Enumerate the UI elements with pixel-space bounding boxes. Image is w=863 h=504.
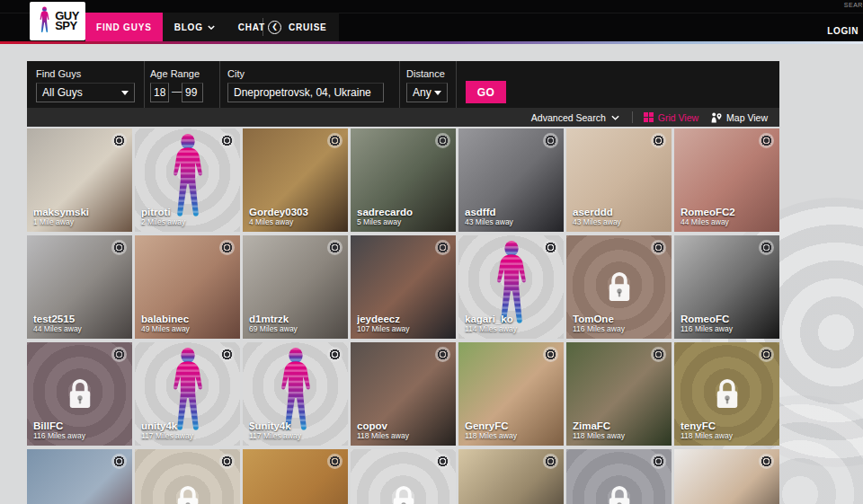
profile-tile[interactable]: asdffd43 Miles away xyxy=(458,128,564,232)
search-link[interactable]: SEARCH xyxy=(844,2,863,8)
profile-info: RomeoFC116 Miles away xyxy=(681,314,776,334)
profile-info: Gordey03034 Miles away xyxy=(249,207,344,227)
profile-distance: 118 Miles away xyxy=(465,432,560,441)
profile-info: $unity4k117 Miles away xyxy=(249,420,344,441)
find-guys-select[interactable]: All Guys xyxy=(36,83,135,102)
profile-info: jeydeecz107 Miles away xyxy=(357,314,452,334)
profile-tile[interactable] xyxy=(458,449,564,504)
target-rings-icon xyxy=(759,347,774,362)
profile-info: test251544 Miles away xyxy=(33,314,129,334)
profile-tile[interactable]: kagari_ko114 Miles away xyxy=(458,235,564,339)
target-rings-icon xyxy=(327,454,343,469)
profile-info: balabinec49 Miles away xyxy=(141,314,236,334)
target-rings-icon xyxy=(543,347,558,362)
share-icon[interactable]: ❮ xyxy=(268,21,281,34)
profile-distance: 116 Miles away xyxy=(33,432,129,441)
profile-tile[interactable]: aserddd43 Miles away xyxy=(566,128,672,232)
profile-tile[interactable]: $unity4k117 Miles away xyxy=(243,342,348,446)
profile-tile[interactable]: RomeoFC116 Miles away xyxy=(674,235,779,339)
profile-distance: 2 Miles away xyxy=(141,218,236,227)
distance-select[interactable]: Any xyxy=(406,83,448,102)
caret-down-icon xyxy=(434,91,441,95)
lock-icon xyxy=(387,482,420,504)
nav-divider xyxy=(262,18,263,36)
nav-item-blog[interactable]: BLOG xyxy=(163,13,227,41)
city-input[interactable] xyxy=(227,83,384,102)
profile-info: sadrecardo5 Miles away xyxy=(357,207,452,227)
nav-item-cruise[interactable]: CRUISE xyxy=(277,13,339,41)
map-view-button[interactable]: Map View xyxy=(710,112,768,123)
profile-tile[interactable]: Gordey03034 Miles away xyxy=(243,128,348,232)
profile-tile[interactable]: copov118 Miles away xyxy=(351,342,456,446)
profile-tile[interactable]: sadrecardo5 Miles away xyxy=(351,128,456,232)
target-rings-icon xyxy=(219,347,235,362)
profile-tile[interactable]: unity4k117 Miles away xyxy=(135,342,240,446)
target-rings-icon xyxy=(759,240,774,255)
profile-tile[interactable] xyxy=(566,449,672,504)
target-rings-icon xyxy=(327,133,343,148)
profile-info: aserddd43 Miles away xyxy=(573,207,668,227)
profile-tile[interactable]: GenryFC118 Miles away xyxy=(458,342,564,446)
target-rings-icon xyxy=(759,133,774,148)
go-button[interactable]: GO xyxy=(466,81,506,103)
profile-info: BillFC116 Miles away xyxy=(33,420,129,441)
profile-tile[interactable]: TomOne116 Miles away xyxy=(566,235,672,339)
profile-tile[interactable]: tenyFC118 Miles away xyxy=(674,342,779,446)
target-rings-icon xyxy=(651,133,666,148)
profile-distance: 43 Miles away xyxy=(465,218,560,227)
profile-tile[interactable] xyxy=(674,449,779,504)
guyspy-logo[interactable]: GUY SPY xyxy=(30,2,85,40)
logo-figure-icon xyxy=(36,5,53,38)
profile-tile[interactable]: RomeoFC244 Miles away xyxy=(674,128,779,232)
profile-tile[interactable] xyxy=(351,449,456,504)
caret-down-icon xyxy=(121,91,129,95)
profile-tile[interactable] xyxy=(243,449,348,504)
chevron-down-icon xyxy=(208,25,215,30)
profile-tile[interactable] xyxy=(27,449,132,504)
profile-tile[interactable]: balabinec49 Miles away xyxy=(135,235,240,339)
profile-tile[interactable]: pitroti2 Miles away xyxy=(135,128,240,232)
filter-divider xyxy=(144,61,145,108)
lock-icon xyxy=(64,376,96,413)
target-rings-icon xyxy=(651,347,666,362)
profile-info: asdffd43 Miles away xyxy=(465,207,560,227)
profile-tile[interactable]: BillFC116 Miles away xyxy=(27,342,132,446)
distance-value: Any xyxy=(413,86,432,99)
profile-info: tenyFC118 Miles away xyxy=(681,420,776,441)
profile-distance: 5 Miles away xyxy=(357,218,452,227)
profile-distance: 117 Miles away xyxy=(249,432,344,441)
profile-grid: maksymski1 Mile away pitroti2 Miles away… xyxy=(27,128,779,504)
distance-label: Distance xyxy=(406,68,445,79)
profile-distance: 1 Mile away xyxy=(33,218,129,227)
target-rings-icon xyxy=(111,133,127,148)
nav-item-find-guys[interactable]: FIND GUYS xyxy=(85,13,163,41)
find-guys-label: Find Guys xyxy=(36,68,81,79)
profile-tile[interactable]: test251544 Miles away xyxy=(27,235,132,339)
profile-info: pitroti2 Miles away xyxy=(141,207,236,227)
age-min-input[interactable] xyxy=(150,83,169,102)
profile-distance: 118 Miles away xyxy=(357,432,452,441)
profile-distance: 49 Miles away xyxy=(141,325,236,334)
profile-distance: 44 Miles away xyxy=(681,218,776,227)
age-max-input[interactable] xyxy=(182,83,203,102)
target-rings-icon xyxy=(219,240,235,255)
target-rings-icon xyxy=(219,133,235,148)
profile-info: unity4k117 Miles away xyxy=(141,420,236,441)
profile-tile[interactable]: maksymski1 Mile away xyxy=(27,128,132,232)
login-link[interactable]: LOGIN xyxy=(827,26,859,36)
profile-tile[interactable]: jeydeecz107 Miles away xyxy=(351,235,456,339)
profile-tile[interactable]: d1mtrzk69 Miles away xyxy=(243,235,348,339)
profile-tile[interactable] xyxy=(135,449,240,504)
lock-icon xyxy=(172,482,204,504)
target-rings-icon xyxy=(651,240,666,255)
target-rings-icon xyxy=(435,347,450,362)
target-rings-icon xyxy=(111,347,127,362)
view-toolbar: Advanced Search Grid View Map View xyxy=(27,108,779,127)
profile-distance: 116 Miles away xyxy=(573,325,668,334)
advanced-search-toggle[interactable]: Advanced Search xyxy=(531,112,619,123)
advanced-search-label: Advanced Search xyxy=(531,112,606,123)
grid-view-button[interactable]: Grid View xyxy=(644,112,698,123)
profile-distance: 118 Miles away xyxy=(681,432,776,441)
profile-tile[interactable]: ZimaFC118 Miles away xyxy=(566,342,672,446)
profile-distance: 117 Miles away xyxy=(141,432,236,441)
